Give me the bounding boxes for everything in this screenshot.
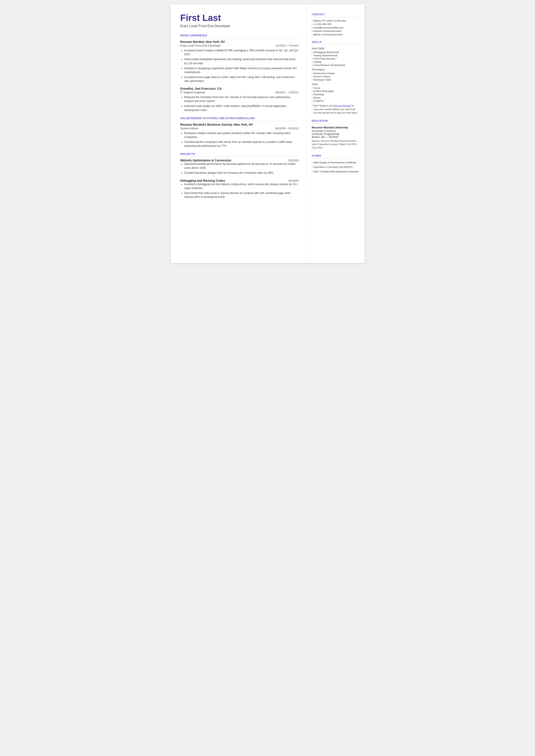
contact-email: email@resumeworded.com [312, 26, 359, 29]
bullet-item: Assisted in designing a payments system … [184, 66, 299, 74]
job-header-1: Resume Worded, New York, NY [180, 40, 299, 43]
other-item: GIAC Certified Web Application Defender [312, 170, 359, 174]
bullet-item: Hand-coded embedded stylesheets into exi… [184, 57, 299, 65]
bullet-item: Increased search engine visibility for R… [184, 48, 299, 56]
bullet-item: Improved code quality via 4300+ code rev… [184, 104, 299, 112]
edu-degree: Associate of Science [312, 129, 359, 132]
subtitle-heading: Entry Level Front End Developer [180, 24, 299, 28]
left-column: First Last Entry Level Front End Develop… [171, 4, 306, 263]
project-block-2: Debugging and Reusing Codes 04/2009 Inve… [180, 179, 299, 199]
job-date-1: 01/2015 – Present [276, 44, 298, 47]
promo-link[interactable]: Resume Worded [333, 104, 351, 107]
job-title-2: IT Support Engineer [180, 91, 205, 94]
bullet-item: Resolved complex network and system prob… [184, 131, 299, 139]
volunteering-header-1: Resume Worded's Business Society, New Yo… [180, 123, 299, 126]
other-item: Specialist in Chemistry (SC(ASCP)). [312, 165, 359, 169]
project-title-row-2: Debugging and Reusing Codes 04/2009 [180, 179, 299, 182]
project-bullets-1: Optimized website performance by boostin… [184, 162, 299, 175]
job-company-1: Resume Worded, New York, NY [180, 40, 225, 43]
contact-phone: +1-234-456-789 [312, 23, 359, 25]
skill-item: Debugging (Advanced) [312, 51, 359, 53]
job-title-row-2: IT Support Engineer 06/2010 – 12/2014 [180, 91, 299, 95]
skill-item: Vue.js [312, 87, 359, 89]
contact-location: Albany, NY (Open to Remote) [312, 19, 359, 22]
project-date-1: 05/2009 [289, 159, 299, 162]
job-bullets-1: Increased search engine visibility for R… [184, 48, 299, 83]
volunteering-company-1: Resume Worded's Business Society, New Yo… [180, 123, 253, 126]
skill-item: CodePen [312, 99, 359, 102]
other-item: Web Design & Development Certificate [312, 161, 359, 164]
project-date-2: 04/2009 [289, 179, 299, 182]
skill-item: HTML5 Boilerplate [312, 90, 359, 93]
other-title: OTHER [312, 154, 359, 159]
project-block-1: Website Optimization & Conversion 05/200… [180, 159, 299, 175]
volunteering-bullets-1: Resolved complex network and system prob… [184, 131, 299, 148]
right-column: CONTACT Albany, NY (Open to Remote) +1-2… [306, 4, 365, 263]
skill-item: Bootstrap [312, 93, 359, 96]
volunteering-role-1: System Admin [180, 127, 198, 130]
contact-linkedin: linkedin.com/in/username [312, 30, 359, 32]
project-name-1: Website Optimization & Conversion [180, 159, 231, 162]
bullet-item: Invented a debugging tool that detects c… [184, 182, 299, 190]
job-title-1: Entry Level Front End Developer [180, 44, 221, 47]
contact-section: CONTACT Albany, NY (Open to Remote) +1-2… [312, 13, 359, 36]
bullet-item: Optimized website performance by boostin… [184, 162, 299, 170]
projects-section: PROJECTS Website Optimization & Conversi… [180, 153, 299, 199]
resume-page: First Last Entry Level Front End Develop… [171, 4, 365, 263]
name-heading: First Last [180, 13, 299, 23]
skills-section: SKILLS Hard Skills: Debugging (Advanced)… [312, 41, 359, 115]
job-bullets-2: Reduced the resolution time from 20+ min… [184, 95, 299, 112]
skill-item: jQuery [312, 96, 359, 99]
skill-item: Coding [312, 61, 359, 63]
edu-school: Resume Worded University [312, 126, 359, 129]
bullet-item: Increased home page views to 1200+ daily… [184, 75, 299, 83]
volunteering-block-1: Resume Worded's Business Society, New Yo… [180, 123, 299, 148]
promo-text: Don't forget to use Resume Worded to sca… [312, 104, 359, 115]
volunteering-date-1: 06/2009 – 04/2010 [275, 127, 298, 130]
skill-item: Cross-Browser Development [312, 64, 359, 66]
project-title-row-1: Website Optimization & Conversion 05/200… [180, 159, 299, 162]
job-block-2: Growthsi, San Francisco, CA IT Support E… [180, 87, 299, 112]
contact-title: CONTACT [312, 13, 359, 17]
other-section: OTHER Web Design & Development Certifica… [312, 154, 359, 173]
project-name-2: Debugging and Reusing Codes [180, 179, 225, 182]
job-company-2: Growthsi, San Francisco, CA [180, 87, 222, 90]
edu-location: Boston, MA — 05/2010 [312, 136, 359, 139]
bullet-item: Transformed the company's web server fro… [184, 140, 299, 148]
job-header-2: Growthsi, San Francisco, CA [180, 87, 299, 90]
education-title: EDUCATION [312, 119, 359, 124]
contact-github: github.com/resumeworded [312, 33, 359, 36]
skills-title: SKILLS [312, 41, 359, 45]
work-experience-section: WORK EXPERIENCE Resume Worded, New York,… [180, 34, 299, 112]
projects-title: PROJECTS [180, 153, 299, 157]
bullet-item: Created interactive designs that can inc… [184, 171, 299, 175]
skill-item: Testing (Experienced) [312, 54, 359, 57]
volunteering-title-row-1: System Admin 06/2009 – 04/2010 [180, 127, 299, 131]
skill-item: Developer Tools [312, 78, 359, 81]
skill-item: Responsive Design [312, 72, 359, 74]
project-bullets-2: Invented a debugging tool that detects c… [184, 182, 299, 199]
job-block-1: Resume Worded, New York, NY Entry Level … [180, 40, 299, 83]
bullet-item: Discovered that code reuse in JQuery lib… [184, 191, 299, 199]
edu-awards: Awards: Resume Worded Teaching Fellow (o… [312, 139, 359, 150]
edu-field: Computer Programming [312, 132, 359, 136]
hard-skills-label: Hard Skills: [312, 47, 359, 50]
job-title-row-1: Entry Level Front End Developer 01/2015 … [180, 44, 299, 48]
skill-item: CSS Preprocessing [312, 57, 359, 60]
work-experience-title: WORK EXPERIENCE [180, 34, 299, 38]
education-section: EDUCATION Resume Worded University Assoc… [312, 119, 359, 150]
volunteering-title: VOLUNTEERING ACTIVITIES AND EXTRACURRICU… [180, 117, 299, 121]
bullet-item: Reduced the resolution time from 20+ min… [184, 95, 299, 103]
skill-item: Version Control [312, 75, 359, 78]
tools-label: Tools: [312, 83, 359, 86]
techniques-label: Techniques: [312, 68, 359, 71]
volunteering-section: VOLUNTEERING ACTIVITIES AND EXTRACURRICU… [180, 117, 299, 148]
job-date-2: 06/2010 – 12/2014 [275, 91, 298, 94]
